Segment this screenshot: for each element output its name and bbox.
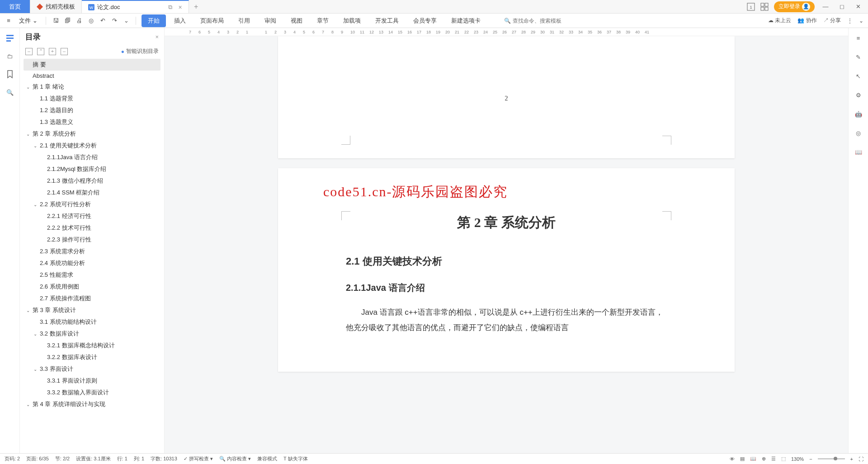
outline-item[interactable]: 1.2 选题目的 bbox=[24, 104, 160, 116]
outline-item[interactable]: Abstract bbox=[24, 71, 160, 81]
bookmark-icon[interactable] bbox=[5, 70, 14, 79]
outline-item[interactable]: 3.3.1 界面设计原则 bbox=[24, 375, 160, 387]
maximize-button[interactable]: ◻ bbox=[836, 3, 847, 10]
add-tab-button[interactable]: + bbox=[189, 0, 203, 13]
ribbon-tab-8[interactable]: 开发工具 bbox=[369, 14, 405, 27]
smart-detect-button[interactable]: ● 智能识别目录 bbox=[121, 47, 159, 55]
chevron-down-icon[interactable]: ⌄ bbox=[26, 402, 33, 407]
outline-item[interactable]: 2.1.2Mysql 数据库介绍 bbox=[24, 163, 160, 175]
menu-icon[interactable]: ≡ bbox=[5, 17, 13, 25]
close-window-button[interactable]: ✕ bbox=[853, 3, 863, 10]
zoom-level[interactable]: 130% bbox=[791, 456, 804, 462]
tab-document[interactable]: W 论文.doc ⧉ × bbox=[82, 0, 189, 13]
outline-item[interactable]: ⌄3.3 界面设计 bbox=[24, 363, 160, 375]
minimize-button[interactable]: — bbox=[820, 3, 831, 10]
outline-item[interactable]: 1.3 选题意义 bbox=[24, 116, 160, 128]
outline-item[interactable]: 3.2.2 数据库表设计 bbox=[24, 351, 160, 363]
outline-item[interactable]: 2.7 系统操作流程图 bbox=[24, 293, 160, 304]
apps-icon[interactable] bbox=[760, 3, 769, 11]
outline-item[interactable]: ⌄2.2 系统可行性分析 bbox=[24, 199, 160, 210]
popup-icon[interactable]: ⧉ bbox=[168, 4, 172, 11]
chevron-down-icon[interactable]: ⌄ bbox=[33, 143, 40, 148]
more-icon[interactable]: ⋮ bbox=[847, 18, 853, 24]
outline-item[interactable]: 2.5 性能需求 bbox=[24, 269, 160, 281]
ribbon-tab-2[interactable]: 页面布局 bbox=[194, 14, 230, 27]
fit-width-icon[interactable]: ⬚ bbox=[781, 456, 786, 462]
outline-item[interactable]: 2.1.1Java 语言介绍 bbox=[24, 152, 160, 163]
outline-item[interactable]: 1.1 选题背景 bbox=[24, 93, 160, 104]
ai-icon[interactable]: 🤖 bbox=[854, 109, 863, 118]
status-missing-font[interactable]: T 缺失字体 bbox=[283, 455, 308, 462]
outline-item[interactable]: 2.2.2 技术可行性 bbox=[24, 222, 160, 234]
outline-item[interactable]: 3.3.2 数据输入界面设计 bbox=[24, 387, 160, 398]
status-col[interactable]: 列: 1 bbox=[134, 455, 144, 462]
level-up-icon[interactable]: + bbox=[49, 48, 56, 55]
tab-home[interactable]: 首页 bbox=[0, 0, 30, 13]
collab-button[interactable]: 👥 协作 bbox=[797, 17, 816, 24]
tab-template[interactable]: 找稻壳模板 bbox=[30, 0, 82, 13]
outline-item[interactable]: 3.1 系统功能结构设计 bbox=[24, 316, 160, 328]
collapse-icon[interactable]: ≡ bbox=[854, 33, 863, 43]
undo-icon[interactable]: ↶ bbox=[99, 17, 107, 25]
status-contentcheck[interactable]: 🔍 内容检查 ▾ bbox=[219, 455, 251, 462]
horizontal-ruler[interactable]: 7654321123456789101112131415161718192021… bbox=[165, 28, 848, 36]
outline-item[interactable]: 2.1.3 微信小程序介绍 bbox=[24, 175, 160, 187]
zoom-in-button[interactable]: + bbox=[850, 456, 853, 462]
outline-item[interactable]: 摘 要 bbox=[24, 59, 160, 71]
status-section[interactable]: 节: 2/2 bbox=[55, 455, 70, 462]
chevron-down-icon[interactable]: ⌄ bbox=[26, 132, 33, 137]
chevron-down-icon[interactable]: ⌄ bbox=[33, 331, 40, 336]
ribbon-tab-7[interactable]: 加载项 bbox=[337, 14, 367, 27]
login-button[interactable]: 立即登录👤 bbox=[774, 1, 815, 12]
file-menu[interactable]: 文件 ⌄ bbox=[16, 17, 40, 25]
close-outline-icon[interactable]: × bbox=[155, 33, 159, 40]
settings-icon[interactable]: ⚙ bbox=[854, 90, 863, 99]
view-outline-icon[interactable]: ☰ bbox=[771, 456, 776, 462]
outline-item[interactable]: ⌄第 4 章 系统详细设计与实现 bbox=[24, 398, 160, 410]
collapse-ribbon-icon[interactable]: ⌄ bbox=[859, 18, 863, 24]
outline-item[interactable]: ⌄3.2 数据库设计 bbox=[24, 328, 160, 340]
collapse-all-icon[interactable]: – bbox=[25, 48, 33, 55]
ribbon-tab-10[interactable]: 新建选项卡 bbox=[445, 14, 487, 27]
status-compat[interactable]: 兼容模式 bbox=[257, 455, 277, 462]
chevron-down-icon[interactable]: ⌄ bbox=[26, 308, 33, 313]
dropdown-icon[interactable]: ⌄ bbox=[122, 17, 130, 25]
outline-item[interactable]: 2.6 系统用例图 bbox=[24, 281, 160, 293]
close-tab-icon[interactable]: × bbox=[179, 4, 182, 11]
outline-item[interactable]: 2.3 系统需求分析 bbox=[24, 246, 160, 257]
redo-icon[interactable]: ↷ bbox=[110, 17, 118, 25]
save-as-icon[interactable]: 🗐 bbox=[63, 17, 71, 25]
expand-all-icon[interactable]: ⌃ bbox=[37, 48, 44, 55]
ribbon-tab-0[interactable]: 开始 bbox=[142, 14, 166, 27]
chevron-down-icon[interactable]: ⌄ bbox=[26, 85, 33, 90]
ribbon-tab-5[interactable]: 视图 bbox=[284, 14, 309, 27]
ribbon-tab-6[interactable]: 章节 bbox=[311, 14, 335, 27]
outline-item[interactable]: 2.2.1 经济可行性 bbox=[24, 210, 160, 222]
eye-icon[interactable]: 👁 bbox=[730, 456, 735, 462]
zoom-out-button[interactable]: − bbox=[809, 456, 812, 462]
ribbon-tab-4[interactable]: 审阅 bbox=[258, 14, 283, 27]
status-pages[interactable]: 页面: 6/35 bbox=[26, 455, 49, 462]
outline-item[interactable]: 2.1.4 SSM 框架介绍 bbox=[24, 187, 160, 199]
status-setting[interactable]: 设置值: 3.1厘米 bbox=[76, 455, 110, 462]
fullscreen-icon[interactable]: ⛶ bbox=[859, 456, 863, 462]
reader-icon[interactable]: 📖 bbox=[854, 147, 863, 156]
target-icon[interactable]: ◎ bbox=[854, 128, 863, 137]
document-scroll[interactable]: 2 code51.cn-源码乐园盗图必究 第 2 章 系统分析 2.1 使用关键… bbox=[165, 36, 848, 453]
view-print-icon[interactable]: ▤ bbox=[740, 456, 745, 462]
view-web-icon[interactable]: ⊕ bbox=[762, 456, 766, 462]
share-button[interactable]: ↗ 分享 bbox=[823, 17, 841, 24]
folder-icon[interactable]: 🗀 bbox=[5, 52, 14, 61]
zoom-slider[interactable] bbox=[818, 458, 845, 459]
outline-item[interactable]: ⌄第 2 章 系统分析 bbox=[24, 128, 160, 140]
view-read-icon[interactable]: 📖 bbox=[750, 456, 756, 462]
outline-item[interactable]: 2.4 系统功能分析 bbox=[24, 257, 160, 269]
status-row[interactable]: 行: 1 bbox=[117, 455, 127, 462]
print-icon[interactable]: 🖨 bbox=[75, 17, 83, 25]
ribbon-tab-3[interactable]: 引用 bbox=[232, 14, 256, 27]
status-words[interactable]: 字数: 10313 bbox=[151, 455, 177, 462]
outline-item[interactable]: ⌄第 1 章 绪论 bbox=[24, 81, 160, 93]
chevron-down-icon[interactable]: ⌄ bbox=[33, 367, 40, 372]
find-icon[interactable]: 🔍 bbox=[5, 88, 14, 97]
search-input[interactable] bbox=[513, 18, 567, 24]
